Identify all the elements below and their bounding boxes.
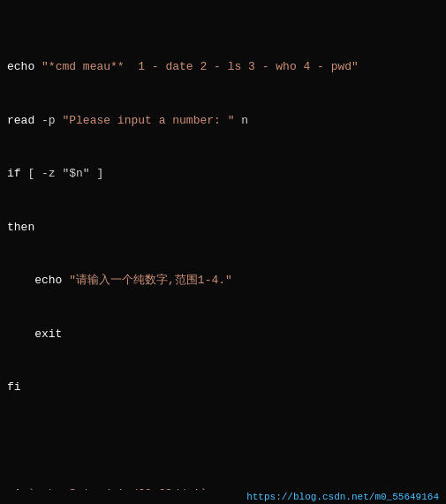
line-1: echo "*cmd meau** 1 - date 2 - ls 3 - wh… (7, 58, 439, 76)
code-content: echo "*cmd meau** 1 - date 2 - ls 3 - wh… (7, 5, 439, 504)
line-8-empty (7, 432, 439, 449)
line-7-fi: fi (7, 379, 439, 396)
bottom-bar: https://blog.csdn.net/m0_55649164 (0, 490, 446, 504)
line-3: if [ -z "$n" ] (7, 165, 439, 183)
line-5: echo "请输入一个纯数字,范围1-4." (7, 272, 439, 290)
terminal-window: echo "*cmd meau** 1 - date 2 - ls 3 - wh… (0, 0, 446, 504)
line-2: read -p "Please input a number: " n (7, 112, 439, 130)
line-4-then: then (7, 219, 439, 237)
line-6: exit (7, 326, 439, 343)
url-link: https://blog.csdn.net/m0_55649164 (246, 492, 439, 502)
